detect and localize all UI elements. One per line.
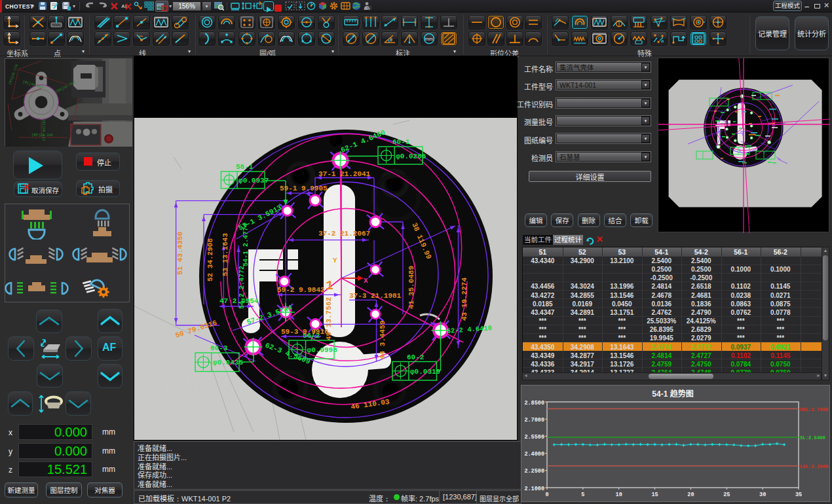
svg-text:10: 10 xyxy=(616,492,622,498)
svg-text:51 43.4350: 51 43.4350 xyxy=(176,232,184,275)
svg-text:USL:2.7900: USL:2.7900 xyxy=(800,407,828,412)
svg-text:SL:2.5400: SL:2.5400 xyxy=(800,435,825,441)
svg-text:60-2: 60-2 xyxy=(407,353,424,361)
svg-text:Y: Y xyxy=(333,257,337,264)
svg-text:49 13.7562: 49 13.7562 xyxy=(325,297,333,340)
svg-text:2.4000: 2.4000 xyxy=(524,451,544,458)
svg-text:25: 25 xyxy=(723,492,730,498)
svg-text:37-1 21.2041: 37-1 21.2041 xyxy=(318,170,371,178)
svg-text:37-3 21.1981: 37-3 21.1981 xyxy=(349,292,402,300)
svg-text:2.7000: 2.7000 xyxy=(524,417,544,423)
svg-text:44 3.4459: 44 3.4459 xyxy=(379,321,387,359)
svg-text:37-2 21.2067: 37-2 21.2067 xyxy=(318,230,370,238)
svg-text:2.1000: 2.1000 xyxy=(524,486,544,492)
svg-text:20: 20 xyxy=(687,492,694,498)
svg-text:0: 0 xyxy=(545,492,548,498)
svg-text:φ0.0286: φ0.0286 xyxy=(396,153,426,160)
svg-text:54-1 趋势图: 54-1 趋势图 xyxy=(652,389,693,399)
svg-text:X: X xyxy=(364,277,368,285)
svg-text:2.2500: 2.2500 xyxy=(524,468,544,475)
svg-text:30: 30 xyxy=(759,492,766,498)
svg-text:2.5500: 2.5500 xyxy=(524,434,544,441)
svg-text:1: 1 xyxy=(326,278,333,293)
svg-text:φ0.0998: φ0.0998 xyxy=(307,346,338,354)
svg-text:35: 35 xyxy=(795,492,802,498)
svg-text:54-1 2.4774: 54-1 2.4774 xyxy=(242,223,250,266)
svg-text:θ: θ xyxy=(390,37,392,42)
svg-text:φ0.0435: φ0.0435 xyxy=(213,359,244,367)
svg-text:41 35.0489: 41 35.0489 xyxy=(407,266,415,309)
svg-text:mm: mm xyxy=(425,36,433,42)
svg-text:53 13.1643: 53 13.1643 xyxy=(221,233,229,276)
svg-text:φ0.0319: φ0.0319 xyxy=(410,368,440,376)
svg-text:59-2 9.9842: 59-2 9.9842 xyxy=(277,286,325,294)
svg-text:43 19.2274: 43 19.2274 xyxy=(461,278,468,321)
svg-text:56-1: 56-1 xyxy=(236,163,254,171)
svg-text:60-1: 60-1 xyxy=(392,138,410,146)
svg-text:52 34.2908: 52 34.2908 xyxy=(206,238,214,281)
svg-text:59-1 9.9905: 59-1 9.9905 xyxy=(280,185,328,192)
svg-text:φ0.0937: φ0.0937 xyxy=(238,177,269,185)
svg-text:54-2 2.4772: 54-2 2.4772 xyxy=(238,266,246,309)
svg-text:59-3 9.9916: 59-3 9.9916 xyxy=(281,328,329,336)
svg-text:15: 15 xyxy=(651,492,658,498)
svg-text:LSL:2.2900: LSL:2.2900 xyxy=(800,464,828,469)
svg-text:2.8500: 2.8500 xyxy=(524,400,544,406)
svg-text:60-3: 60-3 xyxy=(210,344,228,352)
svg-text:5: 5 xyxy=(581,492,584,498)
